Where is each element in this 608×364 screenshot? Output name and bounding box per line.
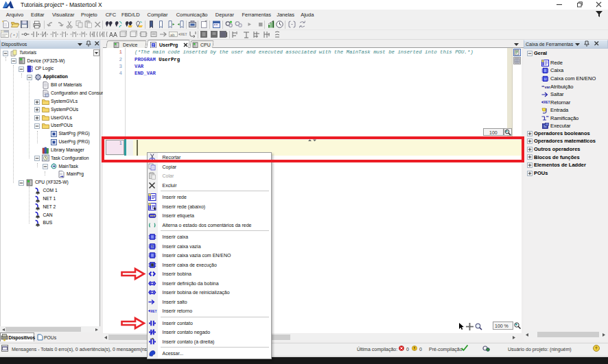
svg-text:RET: RET: [181, 33, 187, 36]
svg-text:RET: RET: [151, 310, 157, 313]
svg-text:RET: RET: [544, 101, 550, 104]
svg-text:ab: ab: [170, 33, 175, 37]
svg-text:?: ?: [151, 244, 153, 248]
svg-text:(•): (•): [10, 32, 19, 38]
svg-text:12: 12: [543, 77, 547, 80]
